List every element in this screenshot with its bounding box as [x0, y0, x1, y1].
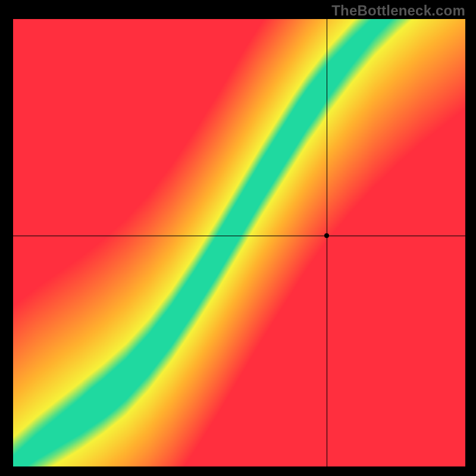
chart-frame: TheBottleneck.com — [0, 0, 476, 476]
crosshair-vertical — [327, 19, 327, 466]
plot-area — [13, 19, 465, 466]
crosshair-marker — [324, 233, 329, 238]
watermark-text: TheBottleneck.com — [331, 2, 465, 19]
crosshair-horizontal — [13, 236, 465, 236]
heatmap-canvas — [13, 19, 465, 466]
